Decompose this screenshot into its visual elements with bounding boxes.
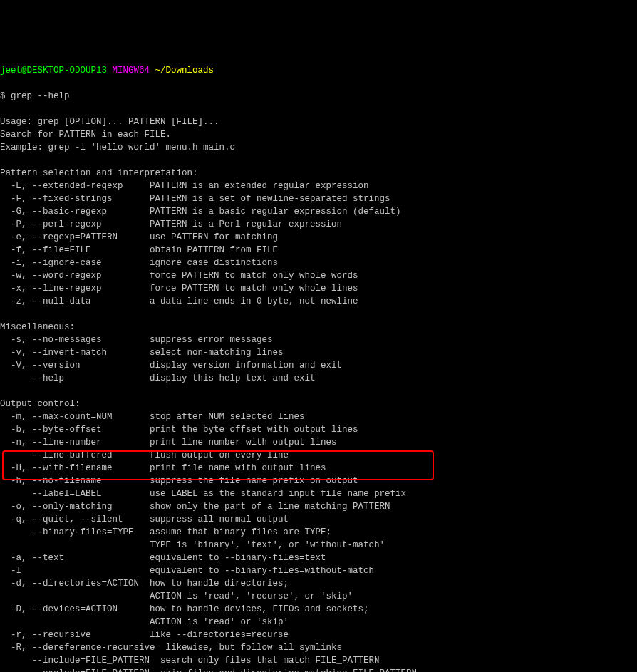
help-line: -f, --file=FILE obtain PATTERN from FILE bbox=[0, 244, 637, 257]
help-line: ACTION is 'read', 'recurse', or 'skip' bbox=[0, 590, 637, 603]
help-line: --line-buffered flush output on every li… bbox=[0, 449, 637, 462]
help-line: --exclude=FILE_PATTERN skip files and di… bbox=[0, 667, 637, 672]
help-line: -H, --with-filename print file name with… bbox=[0, 462, 637, 475]
help-line bbox=[0, 385, 637, 398]
help-line: Miscellaneous: bbox=[0, 321, 637, 334]
prompt-line: jeet@DESKTOP-ODOUP13 MINGW64 ~/Downloads bbox=[0, 64, 637, 77]
help-line: -P, --perl-regexp PATTERN is a Perl regu… bbox=[0, 218, 637, 231]
help-line: --binary-files=TYPE assume that binary f… bbox=[0, 526, 637, 539]
help-line: -v, --invert-match select non-matching l… bbox=[0, 346, 637, 359]
help-line: -E, --extended-regexp PATTERN is an exte… bbox=[0, 180, 637, 192]
help-line: -b, --byte-offset print the byte offset … bbox=[0, 423, 637, 436]
help-line: --help display this help text and exit bbox=[0, 372, 637, 385]
help-line: -e, --regexp=PATTERN use PATTERN for mat… bbox=[0, 231, 637, 244]
help-line: -w, --word-regexp force PATTERN to match… bbox=[0, 269, 637, 282]
help-line: -m, --max-count=NUM stop after NUM selec… bbox=[0, 410, 637, 423]
help-line: -F, --fixed-strings PATTERN is a set of … bbox=[0, 192, 637, 205]
help-line: -h, --no-filename suppress the file name… bbox=[0, 475, 637, 487]
command-line: $ grep --help bbox=[0, 90, 637, 103]
help-line: Output control: bbox=[0, 398, 637, 410]
help-line: -D, --devices=ACTION how to handle devic… bbox=[0, 603, 637, 616]
prompt-path: ~/Downloads bbox=[155, 66, 214, 76]
help-line: TYPE is 'binary', 'text', or 'without-ma… bbox=[0, 539, 637, 552]
help-line: Pattern selection and interpretation: bbox=[0, 167, 637, 180]
help-line: -o, --only-matching show only the part o… bbox=[0, 500, 637, 513]
help-line: -n, --line-number print line number with… bbox=[0, 436, 637, 449]
help-line: -a, --text equivalent to --binary-files=… bbox=[0, 552, 637, 564]
help-line: -R, --dereference-recursive likewise, bu… bbox=[0, 641, 637, 654]
help-line: -r, --recursive like --directories=recur… bbox=[0, 629, 637, 641]
help-line: -q, --quiet, --silent suppress all norma… bbox=[0, 513, 637, 526]
help-line: -z, --null-data a data line ends in 0 by… bbox=[0, 295, 637, 308]
help-line: -d, --directories=ACTION how to handle d… bbox=[0, 577, 637, 590]
help-line: Usage: grep [OPTION]... PATTERN [FILE]..… bbox=[0, 115, 637, 128]
help-line: Search for PATTERN in each FILE. bbox=[0, 128, 637, 141]
prompt-sys: MINGW64 bbox=[107, 66, 155, 76]
help-line: --label=LABEL use LABEL as the standard … bbox=[0, 487, 637, 500]
help-line: -V, --version display version informatio… bbox=[0, 359, 637, 372]
prompt-user: jeet@DESKTOP-ODOUP13 bbox=[0, 66, 107, 76]
help-line: -x, --line-regexp force PATTERN to match… bbox=[0, 282, 637, 295]
help-line: -s, --no-messages suppress error message… bbox=[0, 334, 637, 346]
help-line: -G, --basic-regexp PATTERN is a basic re… bbox=[0, 205, 637, 218]
help-line: ACTION is 'read' or 'skip' bbox=[0, 616, 637, 629]
terminal-output[interactable]: jeet@DESKTOP-ODOUP13 MINGW64 ~/Downloads… bbox=[0, 51, 637, 672]
help-line: Example: grep -i 'hello world' menu.h ma… bbox=[0, 141, 637, 154]
help-line bbox=[0, 308, 637, 321]
help-output: Usage: grep [OPTION]... PATTERN [FILE]..… bbox=[0, 115, 637, 672]
help-line: -i, --ignore-case ignore case distinctio… bbox=[0, 257, 637, 269]
help-line: --include=FILE_PATTERN search only files… bbox=[0, 654, 637, 667]
help-line: -I equivalent to --binary-files=without-… bbox=[0, 564, 637, 577]
help-line bbox=[0, 154, 637, 167]
